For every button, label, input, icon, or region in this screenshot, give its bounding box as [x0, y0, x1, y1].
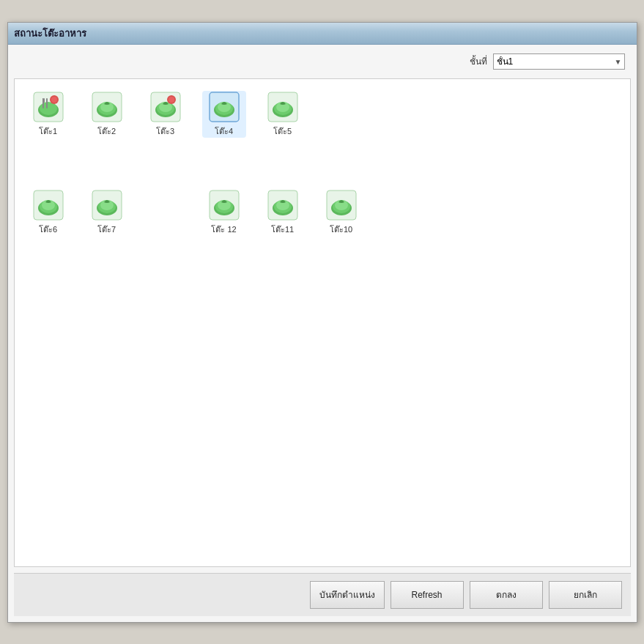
table-panel: โต๊ะ1 โต๊ะ2	[14, 78, 631, 567]
table-item-4[interactable]: โต๊ะ4	[202, 91, 246, 138]
table-icon-3	[149, 91, 182, 123]
cancel-button[interactable]: ยกเลิก	[549, 581, 622, 609]
table-label-10: โต๊ะ10	[330, 223, 352, 236]
svg-rect-8	[46, 98, 48, 108]
svg-point-18	[169, 97, 174, 103]
table-label-6: โต๊ะ6	[39, 223, 57, 236]
table-icon-12	[208, 189, 240, 221]
table-label-7: โต๊ะ7	[97, 223, 116, 236]
table-item-12[interactable]: โต๊ะ 12	[202, 189, 246, 236]
table-icon-2	[91, 91, 123, 123]
table-label-5: โต๊ะ5	[273, 125, 292, 138]
main-window: สถานะโต๊ะอาหาร ชั้นที่ ชั้น1 ชั้น2 ชั้น3	[7, 22, 637, 623]
table-item-6[interactable]: โต๊ะ6	[26, 189, 70, 236]
table-icon-5	[267, 91, 299, 123]
table-grid: โต๊ะ1 โต๊ะ2	[26, 91, 618, 236]
table-icon-6	[32, 189, 64, 221]
table-label-2: โต๊ะ2	[97, 125, 116, 138]
table-item-5[interactable]: โต๊ะ5	[261, 91, 305, 138]
table-label-11: โต๊ะ11	[271, 223, 294, 236]
table-label-4: โต๊ะ4	[215, 125, 233, 138]
floor-select[interactable]: ชั้น1 ชั้น2 ชั้น3	[493, 53, 625, 70]
table-item-10[interactable]: โต๊ะ10	[319, 189, 363, 236]
toolbar-row: ชั้นที่ ชั้น1 ชั้น2 ชั้น3	[14, 51, 631, 73]
svg-point-4	[51, 97, 57, 103]
table-label-3: โต๊ะ3	[156, 125, 174, 138]
table-icon-7	[91, 189, 123, 221]
table-item-2[interactable]: โต๊ะ2	[85, 91, 129, 138]
svg-rect-7	[44, 98, 45, 103]
table-item-1[interactable]: โต๊ะ1	[26, 91, 70, 138]
floor-label: ชั้นที่	[470, 54, 487, 68]
content-area: ชั้นที่ ชั้น1 ชั้น2 ชั้น3	[8, 45, 637, 622]
window-title: สถานะโต๊ะอาหาร	[14, 26, 86, 41]
save-position-button[interactable]: บันทึกตำแหน่ง	[310, 581, 385, 609]
table-label-12: โต๊ะ 12	[211, 223, 236, 236]
footer-bar: บันทึกตำแหน่ง Refresh ตกลง ยกเลิก	[14, 573, 631, 616]
table-item-7[interactable]: โต๊ะ7	[85, 189, 129, 236]
table-item-11[interactable]: โต๊ะ11	[261, 189, 305, 236]
table-icon-10	[325, 189, 358, 221]
table-item-3[interactable]: โต๊ะ3	[144, 91, 188, 138]
row-spacer	[26, 152, 618, 174]
title-bar: สถานะโต๊ะอาหาร	[8, 23, 637, 45]
floor-select-wrapper[interactable]: ชั้น1 ชั้น2 ชั้น3	[493, 53, 625, 70]
table-icon-1	[32, 91, 64, 123]
refresh-button[interactable]: Refresh	[391, 581, 464, 609]
confirm-button[interactable]: ตกลง	[470, 581, 543, 609]
svg-rect-6	[42, 98, 43, 103]
table-label-1: โต๊ะ1	[39, 125, 57, 138]
table-icon-11	[267, 189, 299, 221]
table-icon-4	[208, 91, 240, 123]
